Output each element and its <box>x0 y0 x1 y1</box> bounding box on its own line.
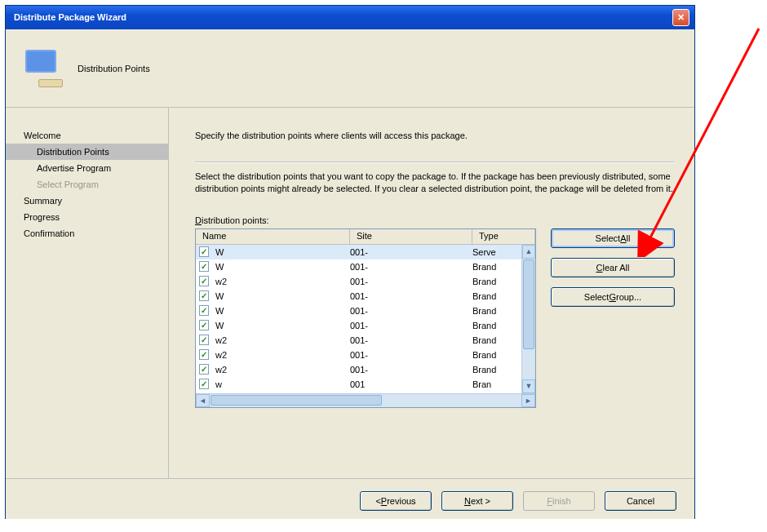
row-checkbox[interactable]: ✓ <box>196 246 212 257</box>
table-row[interactable]: ✓W001-Brand <box>196 289 521 304</box>
cancel-button[interactable]: Cancel <box>605 491 676 511</box>
table-row[interactable]: ✓W001-Brand <box>196 304 521 318</box>
hscroll-thumb[interactable] <box>211 395 382 406</box>
instruction-text: Specify the distribution points where cl… <box>195 131 675 140</box>
cell-name: w2 <box>212 365 347 375</box>
cell-site: 001- <box>347 262 469 272</box>
description-text: Select the distribution points that you … <box>195 171 675 196</box>
col-type[interactable]: Type <box>472 229 535 244</box>
nav-sidebar: Welcome Distribution Points Advertise Pr… <box>6 108 169 478</box>
scroll-left-button[interactable]: ◄ <box>196 394 210 407</box>
table-row[interactable]: ✓w001Bran <box>196 377 521 392</box>
computer-icon <box>25 50 63 87</box>
scroll-down-button[interactable]: ▼ <box>522 379 535 393</box>
cell-name: w <box>212 379 347 389</box>
cell-type: Bran <box>469 379 521 389</box>
cell-name: W <box>212 247 347 257</box>
cell-type: Brand <box>469 350 521 360</box>
titlebar[interactable]: Distribute Package Wizard ✕ <box>6 6 694 29</box>
next-button[interactable]: Next > <box>441 491 513 511</box>
list-label: Distribution points: <box>195 215 675 225</box>
row-checkbox[interactable]: ✓ <box>196 276 212 286</box>
hscroll-track[interactable] <box>210 394 521 407</box>
table-row[interactable]: ✓w2001-Brand <box>196 274 521 289</box>
cell-type: Brand <box>469 291 521 301</box>
row-checkbox[interactable]: ✓ <box>196 320 212 330</box>
nav-distribution-points[interactable]: Distribution Points <box>6 144 168 160</box>
row-checkbox[interactable]: ✓ <box>196 364 212 375</box>
table-row[interactable]: ✓W001-Brand <box>196 318 521 333</box>
cell-type: Brand <box>469 306 521 316</box>
cell-type: Brand <box>469 335 521 345</box>
scroll-right-button[interactable]: ► <box>521 394 535 407</box>
cell-name: W <box>212 262 347 272</box>
cell-name: W <box>212 291 347 301</box>
finish-button: Finish <box>523 491 595 511</box>
row-checkbox[interactable]: ✓ <box>196 335 212 345</box>
distribution-points-table[interactable]: Name Site Type ✓W001-Serve✓W001-Brand✓w2… <box>195 228 536 408</box>
content-pane: Specify the distribution points where cl… <box>169 108 694 478</box>
cell-name: W <box>212 306 347 316</box>
distribution-row: Name Site Type ✓W001-Serve✓W001-Brand✓w2… <box>195 228 675 408</box>
horizontal-scrollbar[interactable]: ◄ ► <box>196 393 535 407</box>
footer: < Previous Next > Finish Cancel <box>6 478 694 519</box>
table-row[interactable]: ✓w2001-Brand <box>196 362 521 377</box>
previous-button[interactable]: < Previous <box>360 491 432 511</box>
table-row[interactable]: ✓W001-Brand <box>196 259 521 274</box>
cell-type: Brand <box>469 262 521 272</box>
scroll-track[interactable] <box>522 350 535 379</box>
nav-confirmation[interactable]: Confirmation <box>6 225 168 242</box>
cell-name: W <box>212 321 347 330</box>
window-title: Distribute Package Wizard <box>14 6 126 29</box>
vertical-scrollbar[interactable]: ▲ ▼ <box>521 245 535 393</box>
row-checkbox[interactable]: ✓ <box>196 349 212 360</box>
cell-site: 001- <box>347 365 469 375</box>
window: Distribute Package Wizard ✕ Distribution… <box>5 5 695 519</box>
select-all-button[interactable]: Select All <box>551 228 675 248</box>
header-strip: Distribution Points <box>6 29 694 108</box>
close-button[interactable]: ✕ <box>672 9 689 26</box>
col-site[interactable]: Site <box>350 229 472 244</box>
cell-name: w2 <box>212 277 347 286</box>
row-checkbox[interactable]: ✓ <box>196 305 212 316</box>
select-group-button[interactable]: Select Group... <box>551 287 675 307</box>
cell-type: Brand <box>469 277 521 286</box>
cell-site: 001- <box>347 306 469 316</box>
body-area: Welcome Distribution Points Advertise Pr… <box>6 108 694 478</box>
table-row[interactable]: ✓w2001-Brand <box>196 348 521 362</box>
cell-site: 001- <box>347 291 469 301</box>
table-body[interactable]: ✓W001-Serve✓W001-Brand✓w2001-Brand✓W001-… <box>196 245 521 393</box>
table-row[interactable]: ✓w2001-Brand <box>196 333 521 348</box>
nav-progress[interactable]: Progress <box>6 209 168 225</box>
table-row[interactable]: ✓W001-Serve <box>196 245 521 259</box>
nav-advertise-program[interactable]: Advertise Program <box>6 160 168 176</box>
cell-site: 001- <box>347 350 469 360</box>
nav-welcome[interactable]: Welcome <box>6 127 168 144</box>
cell-site: 001- <box>347 321 469 330</box>
cell-type: Brand <box>469 365 521 375</box>
cell-name: w2 <box>212 350 347 360</box>
cell-site: 001 <box>347 379 469 389</box>
cell-type: Brand <box>469 321 521 330</box>
divider <box>195 162 675 162</box>
row-checkbox[interactable]: ✓ <box>196 290 212 301</box>
cell-site: 001- <box>347 335 469 345</box>
cell-site: 001- <box>347 247 469 257</box>
close-icon: ✕ <box>677 6 685 29</box>
row-checkbox[interactable]: ✓ <box>196 379 212 389</box>
row-checkbox[interactable]: ✓ <box>196 261 212 272</box>
table-header[interactable]: Name Site Type <box>196 229 535 245</box>
cell-site: 001- <box>347 277 469 286</box>
nav-select-program: Select Program <box>6 176 168 193</box>
cell-name: w2 <box>212 335 347 345</box>
scroll-thumb[interactable] <box>523 259 534 349</box>
side-buttons: Select All Clear All Select Group... <box>551 228 675 307</box>
page-title: Distribution Points <box>78 64 150 73</box>
col-name[interactable]: Name <box>196 229 350 244</box>
scroll-up-button[interactable]: ▲ <box>522 245 535 259</box>
cell-type: Serve <box>469 247 521 257</box>
clear-all-button[interactable]: Clear All <box>551 258 675 277</box>
nav-summary[interactable]: Summary <box>6 193 168 209</box>
